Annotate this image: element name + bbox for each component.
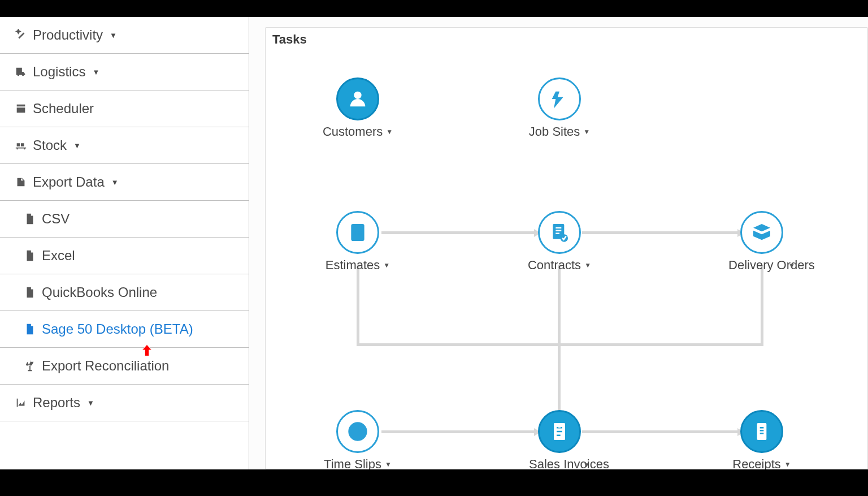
sidebar-item-stock[interactable]: Stock ▼ [0, 127, 249, 164]
caret-down-icon: ▼ [111, 178, 119, 187]
sidebar-item-label: CSV [42, 211, 70, 227]
svg-rect-6 [357, 234, 358, 236]
task-label: Contracts ▼ [528, 258, 591, 272]
sidebar-item-label: Reports [33, 395, 80, 411]
sidebar-item-reports[interactable]: Reports ▼ [0, 385, 249, 421]
caret-down-icon: ▼ [92, 68, 99, 76]
task-sales-invoices[interactable]: Sales Invoices ▼ [509, 410, 610, 469]
customers-icon [336, 77, 379, 120]
sidebar-item-export-data[interactable]: Export Data ▼ [0, 164, 249, 201]
svg-rect-2 [354, 231, 355, 233]
sidebar-item-productivity[interactable]: Productivity ▼ [0, 17, 249, 54]
calendar-icon [15, 102, 27, 115]
connector-line [558, 265, 561, 412]
sidebar-item-label: Sage 50 Desktop (BETA) [42, 321, 193, 337]
task-contracts[interactable]: Contracts ▼ [509, 211, 610, 272]
svg-rect-5 [354, 234, 355, 236]
caret-down-icon: ▼ [87, 399, 94, 407]
task-label: Sales Invoices ▼ [529, 458, 590, 469]
task-flow-diagram: Customers ▼ Job Sites ▼ [266, 56, 867, 463]
tasks-title: Tasks [266, 28, 867, 56]
main-content: Tasks [249, 17, 868, 469]
sidebar-item-csv[interactable]: CSV [0, 201, 249, 238]
sidebar-item-scheduler[interactable]: Scheduler [0, 90, 249, 127]
file-icon [24, 323, 36, 335]
sidebar-item-export-reconciliation[interactable]: Export Reconciliation [0, 348, 249, 385]
file-icon [24, 286, 36, 299]
chart-icon [15, 396, 27, 409]
svg-rect-3 [357, 231, 358, 233]
caret-down-icon: ▼ [584, 261, 591, 269]
caret-down-icon: ▼ [385, 460, 392, 468]
sidebar-item-sage50[interactable]: Sage 50 Desktop (BETA) [0, 311, 249, 348]
connector-line [357, 343, 763, 346]
delivery-icon [740, 211, 783, 254]
task-label: Job Sites ▼ [529, 125, 590, 139]
estimates-icon [336, 211, 379, 254]
sidebar-item-label: Excel [42, 248, 75, 264]
caret-down-icon: ▼ [583, 461, 590, 469]
sidebar-item-label: Stock [33, 137, 67, 153]
invoice-icon [538, 410, 581, 453]
sidebar: Productivity ▼ Logistics ▼ Scheduler Sto… [0, 17, 249, 469]
receipt-icon [740, 410, 783, 453]
export-icon [15, 176, 27, 188]
sidebar-item-label: Logistics [33, 64, 85, 80]
connector-line [357, 265, 359, 344]
sidebar-item-logistics[interactable]: Logistics ▼ [0, 54, 249, 90]
caret-down-icon: ▼ [386, 128, 393, 136]
caret-down-icon: ▼ [383, 261, 390, 269]
task-receipts[interactable]: Receipts ▼ [711, 410, 813, 469]
app-window: Productivity ▼ Logistics ▼ Scheduler Sto… [0, 17, 868, 469]
caret-down-icon: ▼ [788, 262, 795, 270]
task-jobsites[interactable]: Job Sites ▼ [509, 77, 610, 139]
svg-rect-7 [359, 234, 361, 236]
sidebar-item-label: QuickBooks Online [42, 284, 157, 300]
task-label: Estimates ▼ [326, 258, 390, 272]
sidebar-item-excel[interactable]: Excel [0, 238, 249, 274]
svg-rect-13 [757, 423, 767, 440]
truck-icon [15, 66, 27, 78]
task-timeslips[interactable]: Time Slips ▼ [307, 410, 409, 469]
task-customers[interactable]: Customers ▼ [307, 77, 409, 139]
task-label: Time Slips ▼ [324, 458, 392, 469]
sidebar-item-label: Export Reconciliation [42, 358, 169, 374]
scale-icon [24, 360, 36, 372]
task-label: Receipts ▼ [732, 458, 791, 469]
sidebar-item-quickbooks[interactable]: QuickBooks Online [0, 274, 249, 311]
clock-icon [336, 410, 379, 453]
pallet-icon [15, 139, 27, 152]
caret-down-icon: ▼ [583, 128, 590, 136]
tasks-panel: Tasks [265, 27, 868, 469]
sidebar-item-label: Scheduler [33, 101, 94, 117]
task-label: Delivery Orders ▼ [728, 258, 795, 272]
jobsites-icon [538, 77, 581, 120]
caret-down-icon: ▼ [110, 31, 117, 40]
wand-icon [15, 29, 27, 41]
sidebar-item-label: Productivity [33, 27, 103, 43]
task-label: Customers ▼ [323, 125, 393, 139]
file-icon [24, 249, 36, 262]
svg-rect-1 [354, 227, 361, 230]
svg-point-12 [558, 424, 562, 428]
file-icon [24, 213, 36, 225]
connector-line [761, 265, 763, 344]
caret-down-icon: ▼ [73, 141, 81, 150]
task-delivery-orders[interactable]: Delivery Orders ▼ [711, 211, 813, 272]
task-estimates[interactable]: Estimates ▼ [307, 211, 409, 272]
sidebar-item-label: Export Data [33, 174, 105, 190]
contracts-icon [538, 211, 581, 254]
svg-rect-4 [359, 231, 361, 233]
caret-down-icon: ▼ [784, 460, 791, 468]
